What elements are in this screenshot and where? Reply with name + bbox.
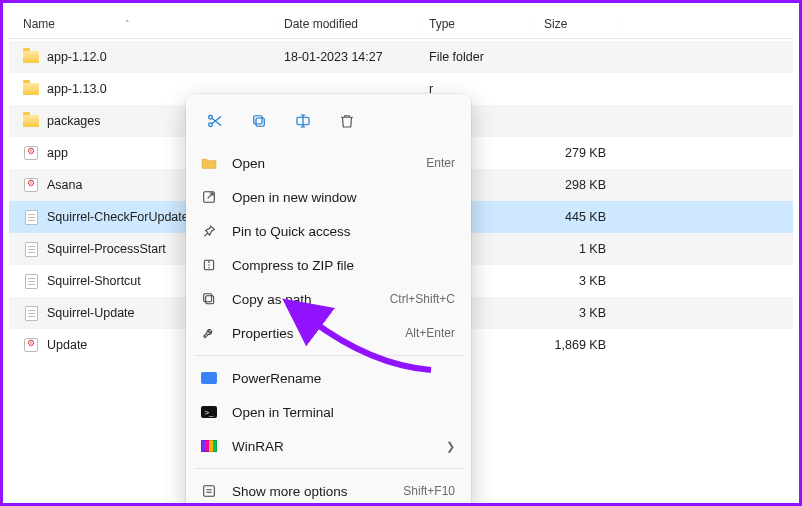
copy-button[interactable] xyxy=(240,104,278,138)
svg-rect-9 xyxy=(204,486,215,497)
menu-winrar-label: WinRAR xyxy=(232,439,432,454)
column-header-size-label: Size xyxy=(544,17,567,31)
file-size: 445 KB xyxy=(534,210,624,224)
wrench-icon xyxy=(200,325,218,341)
text-file-icon xyxy=(23,241,39,257)
menu-properties-hint: Alt+Enter xyxy=(405,326,455,340)
menu-open-terminal[interactable]: >_ Open in Terminal xyxy=(192,395,465,429)
menu-compress-zip[interactable]: Compress to ZIP file xyxy=(192,248,465,282)
column-header-type[interactable]: Type xyxy=(419,17,534,31)
folder-icon xyxy=(23,49,39,65)
menu-separator xyxy=(194,355,463,356)
menu-copy-path-hint: Ctrl+Shift+C xyxy=(390,292,455,306)
explorer-window: Name ˄ Date modified Type Size app-1.12.… xyxy=(0,0,802,506)
sort-ascending-icon: ˄ xyxy=(125,19,130,29)
menu-powerrename-label: PowerRename xyxy=(232,371,455,386)
winrar-icon xyxy=(200,440,218,452)
menu-winrar[interactable]: WinRAR ❯ xyxy=(192,429,465,463)
menu-properties[interactable]: Properties Alt+Enter xyxy=(192,316,465,350)
text-file-icon xyxy=(23,209,39,225)
menu-pin-quick-access[interactable]: Pin to Quick access xyxy=(192,214,465,248)
text-file-icon xyxy=(23,273,39,289)
svg-rect-3 xyxy=(254,116,262,124)
zip-icon xyxy=(200,257,218,273)
menu-powerrename[interactable]: PowerRename xyxy=(192,361,465,395)
file-name: Squirrel-Shortcut xyxy=(47,274,141,288)
copy-path-icon xyxy=(200,291,218,307)
file-name: Update xyxy=(47,338,87,352)
terminal-icon: >_ xyxy=(200,406,218,418)
file-name: Squirrel-CheckForUpdate xyxy=(47,210,189,224)
file-size: 3 KB xyxy=(534,274,624,288)
menu-open-new-window[interactable]: Open in new window xyxy=(192,180,465,214)
menu-open-new-window-label: Open in new window xyxy=(232,190,455,205)
pin-icon xyxy=(200,223,218,239)
file-row[interactable]: app-1.12.018-01-2023 14:27File folder xyxy=(9,41,793,73)
menu-open[interactable]: Open Enter xyxy=(192,146,465,180)
file-size: 3 KB xyxy=(534,306,624,320)
file-date: 18-01-2023 14:27 xyxy=(274,50,419,64)
more-options-icon xyxy=(200,483,218,499)
column-header-date[interactable]: Date modified xyxy=(274,17,419,31)
menu-open-hint: Enter xyxy=(426,156,455,170)
menu-zip-label: Compress to ZIP file xyxy=(232,258,455,273)
trash-icon xyxy=(338,112,356,130)
scissors-icon xyxy=(206,112,224,130)
menu-terminal-label: Open in Terminal xyxy=(232,405,455,420)
file-size: 279 KB xyxy=(534,146,624,160)
file-size: 298 KB xyxy=(534,178,624,192)
menu-more-hint: Shift+F10 xyxy=(403,484,455,498)
file-size: 1,869 KB xyxy=(534,338,624,352)
file-name: Asana xyxy=(47,178,82,192)
svg-rect-7 xyxy=(206,296,214,304)
delete-button[interactable] xyxy=(328,104,366,138)
file-name: Squirrel-Update xyxy=(47,306,135,320)
file-type: File folder xyxy=(419,50,534,64)
config-file-icon xyxy=(23,337,39,353)
menu-copy-path-label: Copy as path xyxy=(232,292,376,307)
file-name: app-1.12.0 xyxy=(47,50,107,64)
open-new-window-icon xyxy=(200,189,218,205)
column-header-date-label: Date modified xyxy=(284,17,358,31)
svg-rect-2 xyxy=(256,118,264,126)
rename-icon xyxy=(294,112,312,130)
folder-icon xyxy=(23,113,39,129)
column-header-row: Name ˄ Date modified Type Size xyxy=(9,9,793,39)
menu-show-more-options[interactable]: Show more options Shift+F10 xyxy=(192,474,465,506)
column-header-name-label: Name xyxy=(23,17,55,31)
folder-icon xyxy=(23,81,39,97)
svg-point-1 xyxy=(209,123,213,127)
svg-rect-8 xyxy=(204,294,212,302)
menu-more-label: Show more options xyxy=(232,484,389,499)
powerrename-icon xyxy=(200,372,218,384)
file-name: app xyxy=(47,146,68,160)
context-menu: Open Enter Open in new window Pin to Qui… xyxy=(186,94,471,506)
file-size: 1 KB xyxy=(534,242,624,256)
menu-copy-as-path[interactable]: Copy as path Ctrl+Shift+C xyxy=(192,282,465,316)
column-header-size[interactable]: Size xyxy=(534,17,624,31)
text-file-icon xyxy=(23,305,39,321)
copy-icon xyxy=(250,112,268,130)
file-name: Squirrel-ProcessStart xyxy=(47,242,166,256)
file-name: packages xyxy=(47,114,101,128)
config-file-icon xyxy=(23,145,39,161)
chevron-right-icon: ❯ xyxy=(446,440,455,453)
svg-point-0 xyxy=(209,115,213,119)
config-file-icon xyxy=(23,177,39,193)
menu-properties-label: Properties xyxy=(232,326,391,341)
menu-open-label: Open xyxy=(232,156,412,171)
column-header-name[interactable]: Name ˄ xyxy=(9,17,274,31)
column-header-type-label: Type xyxy=(429,17,455,31)
context-menu-toolbar xyxy=(192,100,465,146)
cut-button[interactable] xyxy=(196,104,234,138)
folder-open-icon xyxy=(200,154,218,172)
menu-pin-label: Pin to Quick access xyxy=(232,224,455,239)
file-name: app-1.13.0 xyxy=(47,82,107,96)
menu-separator xyxy=(194,468,463,469)
rename-button[interactable] xyxy=(284,104,322,138)
